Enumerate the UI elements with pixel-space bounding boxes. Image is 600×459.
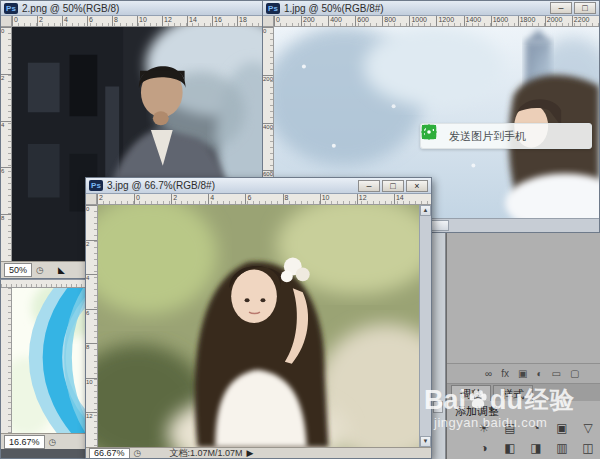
- adjustment-presets-grid: ☀▤◔▣▽◑◧◨▥◫: [447, 419, 600, 459]
- layer-mask-icon[interactable]: ▣: [518, 368, 527, 380]
- ruler-tick-label: 4: [1, 121, 11, 168]
- win3-vertical-ruler[interactable]: 024681012: [86, 205, 98, 447]
- color-balance-icon[interactable]: ◧: [497, 439, 523, 459]
- document-window-4: 16.67% ◷: [0, 279, 86, 459]
- tab-styles[interactable]: 样式: [493, 385, 533, 401]
- ruler-tick-label: 10: [320, 194, 357, 204]
- photoshop-doc-icon: Ps: [266, 3, 280, 14]
- ruler-tick-label: 4: [62, 16, 87, 26]
- ruler-tick-label: 200: [301, 16, 328, 26]
- ruler-tick-label: 18: [237, 16, 262, 26]
- win1-ruler-corner: [263, 16, 274, 27]
- win3-horizontal-ruler[interactable]: 202468101214: [97, 194, 431, 205]
- win3-maximize-button[interactable]: □: [382, 180, 404, 192]
- send-to-phone-label[interactable]: 发送图片到手机: [449, 129, 526, 144]
- new-group-icon[interactable]: ▭: [551, 368, 560, 380]
- ruler-tick-label: 400: [263, 123, 273, 171]
- status-clock-icon: ◷: [36, 265, 44, 275]
- win3-vertical-scrollbar[interactable]: ▲ ▼: [419, 205, 431, 447]
- win1-maximize-button[interactable]: □: [574, 2, 596, 14]
- win4-zoom-field[interactable]: 16.67%: [4, 435, 45, 449]
- win4-horizontal-ruler[interactable]: [1, 280, 85, 288]
- ruler-tick-label: 16: [212, 16, 237, 26]
- document-window-3jpg: Ps 3.jpg @ 66.7%(RGB/8#) – □ × 202468101…: [85, 177, 432, 459]
- ruler-tick-label: 2: [1, 74, 11, 121]
- ruler-tick-label: 8: [86, 343, 97, 378]
- win2-horizontal-ruler[interactable]: 024681012141618: [12, 16, 262, 27]
- ruler-tick-label: 8: [1, 214, 11, 261]
- save-icon[interactable]: [554, 128, 570, 144]
- ruler-tick-label: 1200: [436, 16, 463, 26]
- ruler-tick-label: 0: [12, 16, 37, 26]
- send-to-phone-toolbar[interactable]: 发送图片到手机: [420, 123, 592, 149]
- win4-statusbar: 16.67% ◷: [1, 433, 85, 449]
- channel-mixer-icon[interactable]: ◫: [575, 439, 600, 459]
- win2-vertical-ruler[interactable]: 02468: [1, 27, 12, 261]
- dock-scroll-strip[interactable]: [432, 233, 446, 459]
- layer-style-fx-icon[interactable]: fx: [501, 368, 509, 380]
- status-expand-arrow-icon[interactable]: ▶: [246, 448, 253, 458]
- scrollbar-thumb[interactable]: [433, 401, 443, 413]
- photo-filter-icon[interactable]: ▥: [549, 439, 575, 459]
- photoshop-doc-icon: Ps: [4, 3, 18, 14]
- curves-icon[interactable]: ◔: [523, 419, 549, 439]
- ruler-tick-label: 8: [283, 194, 320, 204]
- ruler-tick-label: 0: [274, 16, 301, 26]
- win1-titlebar[interactable]: Ps 1.jpg @ 50%(RGB/8#) – □: [263, 1, 599, 16]
- exposure-icon[interactable]: ▣: [549, 419, 575, 439]
- new-layer-icon[interactable]: ▢: [570, 368, 579, 380]
- ruler-tick-label: 1000: [409, 16, 436, 26]
- status-clock-icon: ◷: [49, 437, 57, 447]
- win4-bottom-edge: [1, 449, 85, 458]
- scroll-up-arrow[interactable]: ▲: [420, 205, 431, 216]
- expand-icon[interactable]: [532, 128, 548, 144]
- hue-saturation-icon[interactable]: ◑: [471, 439, 497, 459]
- win3-title: 3.jpg @ 66.7%(RGB/8#): [107, 180, 354, 191]
- ruler-tick-label: 2: [37, 16, 62, 26]
- tab-adjustments[interactable]: 调整: [451, 385, 491, 401]
- win4-vertical-ruler[interactable]: [1, 288, 12, 433]
- photoshop-doc-icon: Ps: [89, 180, 103, 191]
- ruler-tick-label: 4: [86, 274, 97, 309]
- ruler-tick-label: 1800: [518, 16, 545, 26]
- ruler-tick-label: 2200: [572, 16, 599, 26]
- win2-title: 2.png @ 50%(RGB/8): [22, 3, 259, 14]
- panel-tabs: 调整 样式: [447, 384, 600, 401]
- share-icon[interactable]: [576, 128, 592, 144]
- ruler-tick-label: 200: [263, 75, 273, 123]
- win3-titlebar[interactable]: Ps 3.jpg @ 66.7%(RGB/8#) – □ ×: [86, 178, 431, 194]
- layers-list-area[interactable]: [447, 233, 600, 364]
- ruler-tick-label: 600: [355, 16, 382, 26]
- ruler-tick-label: 2: [171, 194, 208, 204]
- win2-zoom-field[interactable]: 50%: [4, 263, 32, 277]
- brightness-contrast-icon[interactable]: ☀: [471, 419, 497, 439]
- ruler-tick-label: 8: [112, 16, 137, 26]
- win3-zoom-field[interactable]: 66.67%: [89, 448, 130, 459]
- panel-dock: ∞fx▣◐▭▢ 调整 样式 添加调整 ☀▤◔▣▽◑◧◨▥◫: [432, 233, 600, 459]
- ruler-tick-label: 14: [187, 16, 212, 26]
- win3-minimize-button[interactable]: –: [358, 180, 380, 192]
- adjustment-layer-icon[interactable]: ◐: [536, 368, 542, 380]
- win1-title: 1.jpg @ 50%(RGB/8#): [284, 3, 546, 14]
- levels-icon[interactable]: ▤: [497, 419, 523, 439]
- win1-minimize-button[interactable]: –: [550, 2, 572, 14]
- win2-titlebar[interactable]: Ps 2.png @ 50%(RGB/8): [1, 1, 262, 16]
- win4-canvas-abstract-photo[interactable]: [12, 288, 85, 433]
- vibrance-icon[interactable]: ▽: [575, 419, 600, 439]
- ruler-tick-label: 0: [86, 205, 97, 240]
- black-white-icon[interactable]: ◨: [523, 439, 549, 459]
- settings-icon[interactable]: [598, 128, 599, 144]
- link-layers-icon[interactable]: ∞: [485, 368, 492, 380]
- status-flag-icon: ◣: [58, 265, 65, 275]
- ruler-tick-label: 0: [134, 194, 171, 204]
- win3-canvas-girl-photo[interactable]: [98, 205, 419, 447]
- win3-close-button[interactable]: ×: [406, 180, 428, 192]
- layers-adjustments-panel: ∞fx▣◐▭▢ 调整 样式 添加调整 ☀▤◔▣▽◑◧◨▥◫: [446, 233, 600, 459]
- ruler-tick-label: 6: [86, 309, 97, 344]
- ruler-tick-label: 1600: [491, 16, 518, 26]
- add-adjustment-label: 添加调整: [447, 401, 600, 419]
- ruler-tick-label: 2: [86, 240, 97, 275]
- scroll-down-arrow[interactable]: ▼: [420, 436, 431, 447]
- ruler-tick-label: 12: [86, 412, 97, 447]
- win1-horizontal-ruler[interactable]: 0200400600800100012001400160018002000220…: [274, 16, 599, 27]
